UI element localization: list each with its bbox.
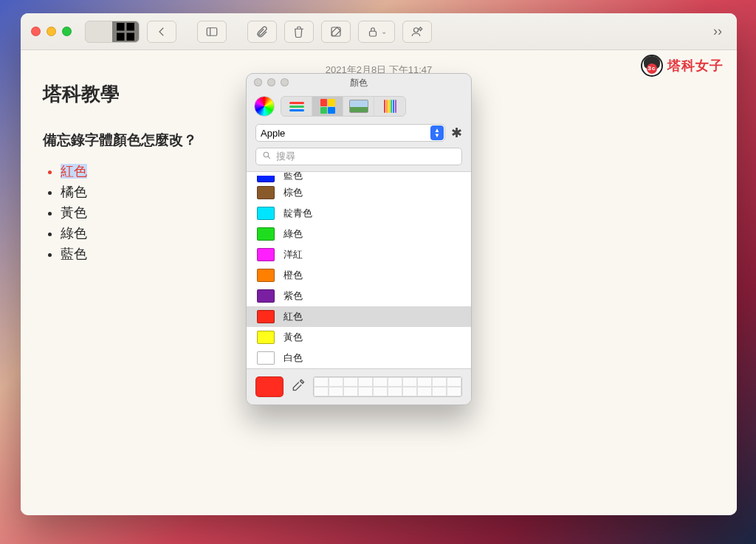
sidebar-toggle-button[interactable] <box>197 21 227 43</box>
palette-select-row: Apple ▲▼ ✱ <box>247 124 471 148</box>
notes-titlebar: ⌄ ›› <box>21 13 737 50</box>
traffic-lights <box>31 27 72 36</box>
eyedropper-icon[interactable] <box>291 378 306 396</box>
palette-tab[interactable] <box>312 97 343 116</box>
watermark-text: 塔科女子 <box>667 57 724 75</box>
color-mode-tabs <box>281 96 406 117</box>
sliders-tab[interactable] <box>281 97 312 116</box>
select-arrows-icon: ▲▼ <box>430 125 444 140</box>
color-item[interactable]: 棕色 <box>247 182 471 203</box>
search-placeholder: 搜尋 <box>276 150 295 163</box>
color-item[interactable]: 靛青色 <box>247 203 471 224</box>
grid-view-button[interactable] <box>112 21 139 42</box>
watermark: 塔科女子 <box>641 55 724 77</box>
color-mode-row <box>247 92 471 124</box>
color-item[interactable]: 藍色 <box>247 172 471 182</box>
image-tab[interactable] <box>343 97 374 116</box>
palette-select-value: Apple <box>261 128 285 139</box>
search-icon <box>262 151 272 162</box>
svg-rect-1 <box>127 23 135 31</box>
back-button[interactable] <box>147 21 176 43</box>
color-panel-titlebar: 顏色 <box>247 74 471 92</box>
collaborate-button[interactable] <box>402 21 432 43</box>
palette-select[interactable]: Apple ▲▼ <box>255 124 445 142</box>
color-wells[interactable] <box>313 376 462 397</box>
color-item[interactable]: 紫色 <box>247 286 471 306</box>
watermark-avatar <box>641 55 663 77</box>
svg-point-8 <box>419 27 422 30</box>
minimize-button[interactable] <box>47 27 56 36</box>
color-panel: 顏色 Apple ▲▼ ✱ 搜尋 <box>246 73 472 405</box>
svg-point-9 <box>264 152 269 157</box>
panel-zoom-button[interactable] <box>281 78 289 86</box>
view-mode-segment <box>85 21 140 43</box>
svg-rect-4 <box>207 27 217 35</box>
svg-rect-0 <box>117 23 125 31</box>
color-panel-title: 顏色 <box>350 77 368 89</box>
compose-button[interactable] <box>321 21 351 43</box>
svg-rect-2 <box>117 32 125 41</box>
svg-point-7 <box>414 27 419 32</box>
pencils-tab[interactable] <box>374 97 405 116</box>
current-color-swatch[interactable] <box>255 376 284 397</box>
color-item[interactable]: 橙色 <box>247 265 471 286</box>
delete-button[interactable] <box>284 21 314 43</box>
overflow-button[interactable]: ›› <box>709 24 726 39</box>
color-item[interactable]: 綠色 <box>247 224 471 244</box>
close-button[interactable] <box>31 27 41 36</box>
color-item[interactable]: 黃色 <box>247 327 471 348</box>
svg-rect-6 <box>370 31 377 36</box>
color-wheel-icon[interactable] <box>254 96 275 117</box>
color-search-input[interactable]: 搜尋 <box>255 148 462 165</box>
svg-rect-3 <box>127 32 135 41</box>
list-view-button[interactable] <box>86 21 112 42</box>
panel-minimize-button[interactable] <box>267 78 275 86</box>
zoom-button[interactable] <box>62 27 72 36</box>
lock-button[interactable]: ⌄ <box>358 21 395 43</box>
attach-button[interactable] <box>247 21 277 43</box>
gear-icon[interactable]: ✱ <box>451 125 462 141</box>
color-item[interactable]: 洋紅 <box>247 244 471 265</box>
color-list[interactable]: 藍色 棕色 靛青色 綠色 洋紅 橙色 紫色 紅色 黃色 白色 <box>247 171 471 369</box>
panel-close-button[interactable] <box>254 78 262 86</box>
color-item[interactable]: 白色 <box>247 348 471 368</box>
color-item-selected[interactable]: 紅色 <box>247 306 471 327</box>
color-bottom-row <box>247 369 471 404</box>
